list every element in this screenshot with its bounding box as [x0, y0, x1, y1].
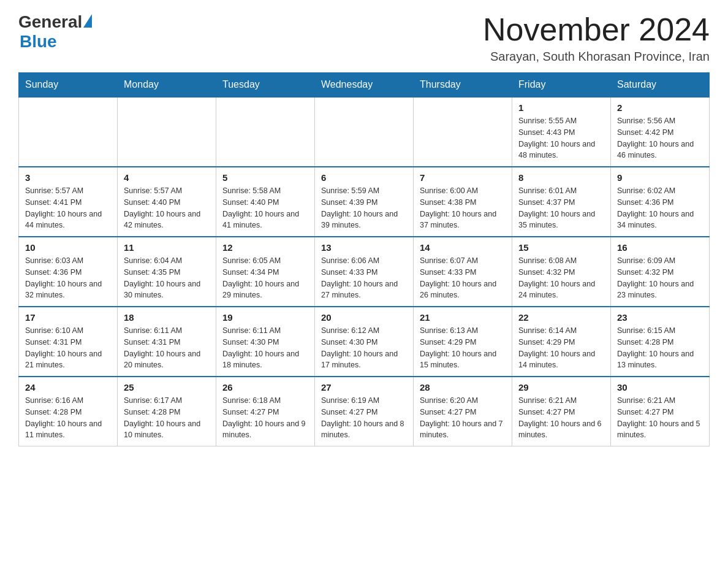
calendar-cell: 27Sunrise: 6:19 AMSunset: 4:27 PMDayligh…: [315, 377, 414, 446]
day-number: 23: [617, 312, 703, 323]
day-info: Sunrise: 6:19 AMSunset: 4:27 PMDaylight:…: [321, 395, 407, 441]
day-info: Sunrise: 6:10 AMSunset: 4:31 PMDaylight:…: [25, 325, 111, 371]
day-info: Sunrise: 5:56 AMSunset: 4:42 PMDaylight:…: [617, 115, 703, 161]
calendar-cell: [118, 97, 216, 167]
logo-area: General Blue: [18, 12, 92, 52]
day-info: Sunrise: 6:04 AMSunset: 4:35 PMDaylight:…: [124, 255, 210, 301]
calendar-cell: 7Sunrise: 6:00 AMSunset: 4:38 PMDaylight…: [414, 167, 512, 237]
day-number: 6: [321, 172, 407, 183]
day-number: 25: [124, 382, 210, 393]
week-row-1: 1Sunrise: 5:55 AMSunset: 4:43 PMDaylight…: [19, 97, 710, 167]
day-number: 1: [518, 102, 604, 113]
day-info: Sunrise: 5:55 AMSunset: 4:43 PMDaylight:…: [518, 115, 604, 161]
day-info: Sunrise: 6:17 AMSunset: 4:28 PMDaylight:…: [124, 395, 210, 441]
day-number: 20: [321, 312, 407, 323]
calendar-cell: 21Sunrise: 6:13 AMSunset: 4:29 PMDayligh…: [414, 307, 512, 377]
calendar-cell: 23Sunrise: 6:15 AMSunset: 4:28 PMDayligh…: [611, 307, 710, 377]
day-number: 16: [617, 242, 703, 253]
calendar-cell: 12Sunrise: 6:05 AMSunset: 4:34 PMDayligh…: [216, 237, 315, 307]
day-info: Sunrise: 6:11 AMSunset: 4:31 PMDaylight:…: [124, 325, 210, 371]
day-number: 10: [25, 242, 111, 253]
day-number: 14: [420, 242, 506, 253]
day-info: Sunrise: 6:06 AMSunset: 4:33 PMDaylight:…: [321, 255, 407, 301]
calendar-cell: [414, 97, 512, 167]
week-row-4: 17Sunrise: 6:10 AMSunset: 4:31 PMDayligh…: [19, 307, 710, 377]
calendar-cell: 18Sunrise: 6:11 AMSunset: 4:31 PMDayligh…: [118, 307, 216, 377]
day-info: Sunrise: 6:08 AMSunset: 4:32 PMDaylight:…: [518, 255, 604, 301]
calendar-cell: 15Sunrise: 6:08 AMSunset: 4:32 PMDayligh…: [512, 237, 611, 307]
calendar-cell: 19Sunrise: 6:11 AMSunset: 4:30 PMDayligh…: [216, 307, 315, 377]
day-info: Sunrise: 5:57 AMSunset: 4:41 PMDaylight:…: [25, 185, 111, 231]
day-info: Sunrise: 6:16 AMSunset: 4:28 PMDaylight:…: [25, 395, 111, 441]
day-info: Sunrise: 6:01 AMSunset: 4:37 PMDaylight:…: [518, 185, 604, 231]
header-saturday: Saturday: [611, 73, 710, 98]
logo-blue-text: Blue: [20, 32, 57, 52]
week-row-3: 10Sunrise: 6:03 AMSunset: 4:36 PMDayligh…: [19, 237, 710, 307]
day-number: 2: [617, 102, 703, 113]
calendar-cell: 10Sunrise: 6:03 AMSunset: 4:36 PMDayligh…: [19, 237, 118, 307]
day-info: Sunrise: 6:12 AMSunset: 4:30 PMDaylight:…: [321, 325, 407, 371]
calendar-cell: 25Sunrise: 6:17 AMSunset: 4:28 PMDayligh…: [118, 377, 216, 446]
calendar-cell: [216, 97, 315, 167]
day-info: Sunrise: 6:03 AMSunset: 4:36 PMDaylight:…: [25, 255, 111, 301]
day-info: Sunrise: 6:18 AMSunset: 4:27 PMDaylight:…: [222, 395, 308, 441]
day-number: 9: [617, 172, 703, 183]
day-number: 3: [25, 172, 111, 183]
day-number: 22: [518, 312, 604, 323]
day-info: Sunrise: 6:05 AMSunset: 4:34 PMDaylight:…: [222, 255, 308, 301]
logo-general-text: General: [18, 12, 82, 32]
calendar-cell: 6Sunrise: 5:59 AMSunset: 4:39 PMDaylight…: [315, 167, 414, 237]
day-number: 8: [518, 172, 604, 183]
day-number: 18: [124, 312, 210, 323]
month-title: November 2024: [483, 12, 710, 47]
calendar-cell: 9Sunrise: 6:02 AMSunset: 4:36 PMDaylight…: [611, 167, 710, 237]
week-row-2: 3Sunrise: 5:57 AMSunset: 4:41 PMDaylight…: [19, 167, 710, 237]
day-number: 17: [25, 312, 111, 323]
day-info: Sunrise: 6:09 AMSunset: 4:32 PMDaylight:…: [617, 255, 703, 301]
calendar-cell: 11Sunrise: 6:04 AMSunset: 4:35 PMDayligh…: [118, 237, 216, 307]
logo: General: [18, 12, 92, 32]
day-number: 11: [124, 242, 210, 253]
header: General Blue November 2024 Sarayan, Sout…: [18, 12, 710, 64]
header-sunday: Sunday: [19, 73, 118, 98]
day-info: Sunrise: 6:00 AMSunset: 4:38 PMDaylight:…: [420, 185, 506, 231]
day-number: 27: [321, 382, 407, 393]
calendar-cell: 29Sunrise: 6:21 AMSunset: 4:27 PMDayligh…: [512, 377, 611, 446]
day-number: 29: [518, 382, 604, 393]
day-number: 30: [617, 382, 703, 393]
day-number: 26: [222, 382, 308, 393]
day-info: Sunrise: 6:21 AMSunset: 4:27 PMDaylight:…: [518, 395, 604, 441]
location-title: Sarayan, South Khorasan Province, Iran: [483, 50, 710, 64]
calendar-cell: 14Sunrise: 6:07 AMSunset: 4:33 PMDayligh…: [414, 237, 512, 307]
day-info: Sunrise: 6:21 AMSunset: 4:27 PMDaylight:…: [617, 395, 703, 441]
day-info: Sunrise: 5:57 AMSunset: 4:40 PMDaylight:…: [124, 185, 210, 231]
day-number: 28: [420, 382, 506, 393]
header-wednesday: Wednesday: [315, 73, 414, 98]
title-area: November 2024 Sarayan, South Khorasan Pr…: [483, 12, 710, 64]
calendar-cell: 26Sunrise: 6:18 AMSunset: 4:27 PMDayligh…: [216, 377, 315, 446]
header-friday: Friday: [512, 73, 611, 98]
calendar-cell: 3Sunrise: 5:57 AMSunset: 4:41 PMDaylight…: [19, 167, 118, 237]
day-info: Sunrise: 6:11 AMSunset: 4:30 PMDaylight:…: [222, 325, 308, 371]
week-row-5: 24Sunrise: 6:16 AMSunset: 4:28 PMDayligh…: [19, 377, 710, 446]
day-number: 7: [420, 172, 506, 183]
logo-triangle-icon: [83, 14, 92, 28]
calendar-cell: 5Sunrise: 5:58 AMSunset: 4:40 PMDaylight…: [216, 167, 315, 237]
calendar-cell: 28Sunrise: 6:20 AMSunset: 4:27 PMDayligh…: [414, 377, 512, 446]
day-number: 4: [124, 172, 210, 183]
calendar-cell: 22Sunrise: 6:14 AMSunset: 4:29 PMDayligh…: [512, 307, 611, 377]
day-number: 19: [222, 312, 308, 323]
day-number: 21: [420, 312, 506, 323]
calendar-cell: 8Sunrise: 6:01 AMSunset: 4:37 PMDaylight…: [512, 167, 611, 237]
calendar-cell: 1Sunrise: 5:55 AMSunset: 4:43 PMDaylight…: [512, 97, 611, 167]
header-row: SundayMondayTuesdayWednesdayThursdayFrid…: [19, 73, 710, 98]
day-number: 5: [222, 172, 308, 183]
calendar-cell: 4Sunrise: 5:57 AMSunset: 4:40 PMDaylight…: [118, 167, 216, 237]
calendar-cell: 20Sunrise: 6:12 AMSunset: 4:30 PMDayligh…: [315, 307, 414, 377]
day-info: Sunrise: 6:15 AMSunset: 4:28 PMDaylight:…: [617, 325, 703, 371]
day-number: 24: [25, 382, 111, 393]
day-info: Sunrise: 6:14 AMSunset: 4:29 PMDaylight:…: [518, 325, 604, 371]
calendar-cell: [19, 97, 118, 167]
calendar-cell: 30Sunrise: 6:21 AMSunset: 4:27 PMDayligh…: [611, 377, 710, 446]
calendar-cell: 24Sunrise: 6:16 AMSunset: 4:28 PMDayligh…: [19, 377, 118, 446]
